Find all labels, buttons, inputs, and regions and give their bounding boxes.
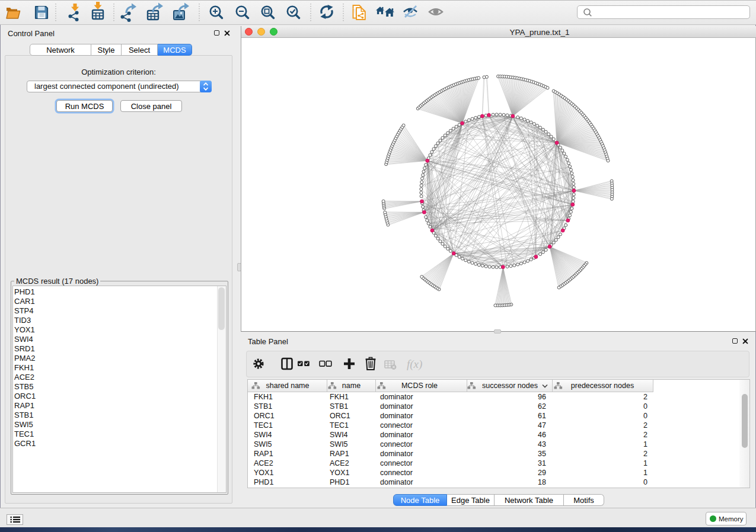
svg-text:f(x): f(x)	[407, 358, 422, 371]
